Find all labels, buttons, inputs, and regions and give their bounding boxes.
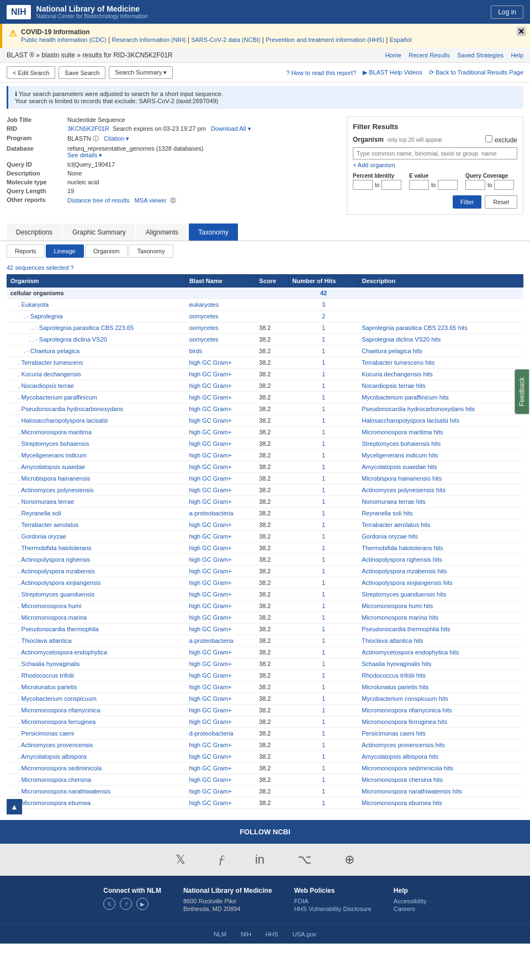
nlm-footer-link[interactable]: NLM (214, 931, 226, 938)
organism-link[interactable]: . · Saprolegnia (24, 313, 63, 319)
hits-link[interactable]: 1 (322, 730, 325, 737)
desc-link[interactable]: Rhodococcus trifolii hits (362, 672, 426, 679)
organism-link[interactable]: . Kocuria dechangensis (18, 371, 81, 377)
desc-link[interactable]: Kocuria dechangensis hits (362, 371, 432, 377)
blast-name-link[interactable]: high GC Gram+ (189, 394, 231, 401)
blast-name-link[interactable]: high GC Gram+ (189, 661, 231, 667)
desc-link[interactable]: Micromonospora maritima hits (362, 429, 443, 435)
blast-name-link[interactable]: a-proteobacteria (189, 510, 233, 516)
organism-link[interactable]: . Persicimonas caeni (18, 730, 75, 737)
blast-name-link[interactable]: high GC Gram+ (189, 776, 231, 783)
blast-name-link[interactable]: high GC Gram+ (189, 672, 231, 679)
desc-link[interactable]: Gordonia oryzae hits (362, 533, 418, 540)
hits-link[interactable]: 1 (322, 440, 325, 447)
organism-link[interactable]: . Schaalia hyovaginalis (18, 661, 80, 667)
reset-button[interactable]: Reset (485, 195, 517, 209)
organism-link[interactable]: . Actinomycetospora endophytica (18, 649, 107, 656)
organism-link[interactable]: . · Chaetura pelagica (24, 348, 80, 354)
hits-link[interactable]: 1 (322, 614, 325, 621)
see-details-link[interactable]: See details ▾ (67, 152, 102, 158)
organism-link[interactable]: . Micromonospora ferruginea (18, 718, 96, 725)
search-summary-button[interactable]: Search Summary ▾ (109, 66, 173, 79)
twitter-icon[interactable]: 𝕏 (176, 853, 186, 867)
github-icon[interactable]: ⌥ (298, 853, 311, 867)
blast-help-videos-link[interactable]: ▶ BLAST Help Videos (363, 69, 422, 76)
nav-help[interactable]: Help (511, 52, 523, 58)
blast-name-link[interactable]: high GC Gram+ (189, 475, 231, 482)
desc-link[interactable]: Myceligenerans indicum hits (362, 452, 438, 459)
filter-button[interactable]: Filter (453, 195, 481, 209)
blast-name-link[interactable]: high GC Gram+ (189, 718, 231, 725)
rss-icon[interactable]: ⊕ (344, 853, 354, 867)
desc-link[interactable]: Pseudonocardia thermophila hits (362, 626, 450, 632)
hits-link[interactable]: 1 (322, 742, 325, 748)
nlm-facebook-icon[interactable]: 𝓯 (120, 898, 132, 910)
blast-name-link[interactable]: high GC Gram+ (189, 614, 231, 621)
desc-link[interactable]: Terrabacter aerolatus hits (362, 521, 430, 528)
blast-name-link[interactable]: high GC Gram+ (189, 498, 231, 505)
desc-link[interactable]: Mycobacterium conspicuum hits (362, 695, 448, 702)
hits-link[interactable]: 3 (322, 301, 325, 308)
hits-link[interactable]: 1 (322, 718, 325, 725)
edit-search-button[interactable]: < Edit Search (7, 66, 55, 79)
blast-name-link[interactable]: high GC Gram+ (189, 452, 231, 459)
hits-link[interactable]: 1 (322, 406, 325, 412)
msa-viewer-link[interactable]: MSA viewer (135, 197, 167, 204)
hits-link[interactable]: 1 (322, 591, 325, 598)
hits-link[interactable]: 1 (322, 753, 325, 760)
desc-link[interactable]: Microlunatus parietis hits (362, 684, 428, 690)
evalue-to[interactable] (438, 180, 458, 190)
organism-link[interactable]: . Micromonospora marina (18, 614, 87, 621)
tab-descriptions[interactable]: Descriptions (7, 223, 62, 241)
hits-link[interactable]: 1 (322, 800, 325, 806)
blast-name-link[interactable]: high GC Gram+ (189, 753, 231, 760)
sub-tab-reports[interactable]: Reports (7, 244, 45, 258)
desc-link[interactable]: Actinopolyspora xinjiangensis hits (362, 579, 452, 586)
organism-input[interactable] (353, 147, 517, 159)
desc-link[interactable]: Actinopolyspora mzabensis hits (362, 568, 447, 574)
scroll-up-button[interactable]: ▲ (7, 799, 22, 814)
blast-name-link[interactable]: oomycetes (189, 336, 218, 343)
hits-link[interactable]: 1 (322, 556, 325, 563)
hits-link[interactable]: 1 (322, 684, 325, 690)
blast-name-link[interactable]: high GC Gram+ (189, 800, 231, 806)
nav-home[interactable]: Home (385, 52, 401, 58)
hits-link[interactable]: 1 (322, 394, 325, 401)
nih-footer-link[interactable]: NIH (241, 931, 251, 938)
desc-link[interactable]: Micromonospora eburnea hits (362, 800, 442, 806)
hits-link[interactable]: 1 (322, 788, 325, 795)
blast-name-link[interactable]: high GC Gram+ (189, 545, 231, 551)
covid-link-sars[interactable]: SARS-CoV-2 data (NCBI) (191, 36, 260, 43)
desc-link[interactable]: Micromonospora rifamycinica hits (362, 707, 452, 713)
hits-link[interactable]: 1 (322, 348, 325, 354)
desc-link[interactable]: Micromonospora humi hits (362, 603, 433, 609)
how-to-read-link[interactable]: ? How to read this report? (287, 70, 357, 76)
distance-tree-link[interactable]: Distance tree of results (67, 197, 130, 204)
hits-link[interactable]: 1 (322, 776, 325, 783)
organism-link[interactable]: . Nonomuraea terrae (18, 498, 75, 505)
careers-link[interactable]: Careers (394, 906, 415, 912)
hits-link[interactable]: 1 (322, 545, 325, 551)
organism-link[interactable]: . Micromonospora humi (18, 603, 82, 609)
hits-link[interactable]: 1 (322, 382, 325, 389)
back-traditional-link[interactable]: ⟳ Back to Traditional Results Page (429, 69, 523, 76)
blast-name-link[interactable]: d-proteobacteria (189, 730, 233, 737)
organism-link[interactable]: . Myceligenerans indicum (18, 452, 87, 459)
hits-link[interactable]: 2 (322, 313, 325, 319)
organism-link[interactable]: . Amycolatopsis albispora (18, 753, 87, 760)
organism-link[interactable]: . Mycobacterium conspicuum (18, 695, 97, 702)
blast-name-link[interactable]: high GC Gram+ (189, 440, 231, 447)
organism-link[interactable]: . Actinopolyspora xinjiangensis (18, 579, 101, 586)
organism-link[interactable]: . Gordonia oryzae (18, 533, 66, 540)
sub-tab-lineage[interactable]: Lineage (46, 244, 84, 258)
organism-link[interactable]: . Actinopolyspora righensis (18, 556, 91, 563)
desc-link[interactable]: Micromonospora chersina hits (362, 776, 443, 783)
blast-name-link[interactable]: high GC Gram+ (189, 579, 231, 586)
evalue-from[interactable] (409, 180, 429, 190)
hits-link[interactable]: 1 (322, 429, 325, 435)
hits-link[interactable]: 1 (322, 649, 325, 656)
blast-name-link[interactable]: high GC Gram+ (189, 742, 231, 748)
desc-link[interactable]: Thermobifida halotolerans hits (362, 545, 443, 551)
hits-link[interactable]: 1 (322, 637, 325, 644)
organism-link[interactable]: . Streptomyces bohaiensis (18, 440, 89, 447)
